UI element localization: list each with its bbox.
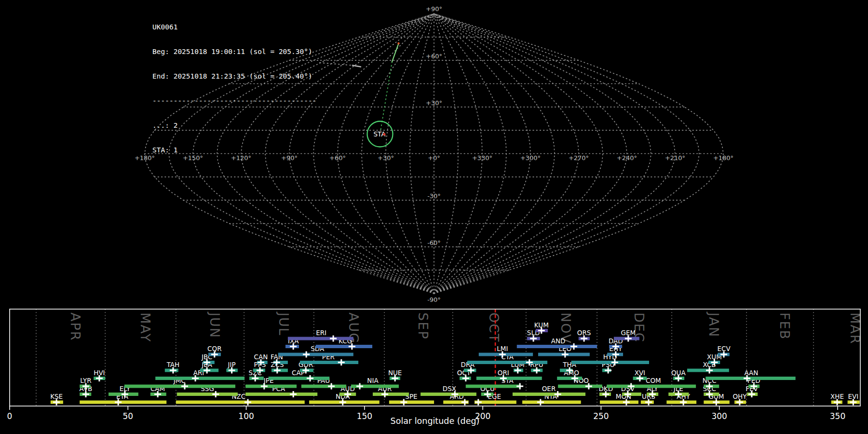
- sporadic-meteor-extension: [320, 63, 353, 66]
- shower-label-EVI: EVI: [848, 393, 858, 400]
- count-sta: STA: 1: [152, 146, 316, 154]
- chart-frame: [10, 309, 860, 406]
- shower-label-OER: OER: [542, 385, 556, 393]
- lon-label: +270°: [569, 154, 589, 162]
- lat-label: +60°: [426, 53, 442, 60]
- month-label: SEP: [416, 312, 431, 339]
- classified-meteor-STA-tip: [397, 42, 399, 44]
- shower-bar-AND: [517, 345, 597, 348]
- peak-marker-EGE: [475, 399, 482, 406]
- shower-label-NIA: NIA: [367, 377, 379, 384]
- lat-label: -90°: [427, 296, 441, 303]
- x-tick-label: 350: [830, 411, 845, 421]
- shower-bar-JPE: [245, 385, 297, 388]
- month-label: JUN: [207, 312, 222, 339]
- month-label: JAN: [706, 312, 721, 338]
- shower-label-KSE: KSE: [50, 393, 63, 400]
- shower-bar-ARI: [155, 377, 244, 380]
- shower-label-XVI: XVI: [635, 369, 645, 377]
- shower-bar-MON: [600, 401, 638, 404]
- shower-bar-NZC: [176, 401, 305, 404]
- shower-label-HVI: HVI: [94, 369, 105, 377]
- shower-bar-AAN: [705, 377, 795, 380]
- lat-label: -60°: [427, 239, 441, 246]
- lon-label: +210°: [665, 154, 685, 162]
- observation-header: UK0061 Beg: 20251018 19:00:11 (sol = 205…: [152, 7, 316, 163]
- shower-bar-PAU: [301, 385, 346, 388]
- shower-bar-LMI: [479, 353, 533, 356]
- begin-time: Beg: 20251018 19:00:11 (sol = 205.30°): [152, 48, 316, 56]
- shower-label-COM: COM: [646, 377, 661, 384]
- x-tick-label: 300: [711, 411, 727, 421]
- shower-label-QUA: QUA: [671, 369, 686, 377]
- x-tick-label: 250: [593, 411, 609, 421]
- shower-bar-STA: [466, 385, 521, 388]
- lon-label: +330°: [472, 154, 492, 162]
- x-tick-label: 50: [122, 411, 133, 421]
- shower-bar-KCG: [316, 345, 372, 348]
- shower-bar-JMC: [124, 385, 235, 388]
- shower-label-NUE: NUE: [388, 369, 402, 377]
- shower-bar-CAP: [269, 377, 330, 380]
- lat-label: +30°: [426, 99, 442, 107]
- shower-bar-SSG: [177, 393, 238, 396]
- lon-label: +180°: [135, 154, 155, 162]
- x-tick-label: 150: [357, 411, 372, 421]
- lat-label: -30°: [427, 192, 441, 200]
- lon-label: +60°: [329, 154, 346, 162]
- shower-label-CAN: CAN: [254, 353, 268, 361]
- radiant-dot: [383, 133, 386, 136]
- peak-marker-NTA: [537, 399, 544, 406]
- count-unclassified: ...: 2: [152, 122, 316, 130]
- peak-marker-CAP: [307, 375, 313, 381]
- month-label: MAY: [138, 312, 153, 342]
- shower-bar-NTA: [522, 401, 581, 404]
- radiant-map-and-activity-chart: +180°+150°+120°+90°+60°+30°+0°+330°+300°…: [0, 0, 868, 434]
- header-separator: ---------------------------------------: [152, 97, 316, 105]
- shower-bar-AMO: [557, 377, 582, 380]
- lon-label: +300°: [520, 154, 541, 162]
- activity-timeline-chart: APRMAYJUNJULAUGSEPOCTNOVDECJANFEBMARKSEE…: [7, 309, 863, 421]
- shower-bar-ORI: [476, 377, 542, 380]
- grid-meridian: [434, 14, 555, 294]
- peak-marker-PCA: [290, 391, 297, 397]
- lon-label: +30°: [378, 154, 394, 162]
- shower-label-OHY: OHY: [732, 393, 747, 400]
- x-axis-title: Solar longitude (deg): [391, 416, 480, 426]
- shower-label-AND: AND: [551, 337, 566, 345]
- peak-marker-NIA: [356, 383, 363, 390]
- x-tick-label: 0: [7, 411, 13, 421]
- shower-label-GEM: GEM: [621, 329, 636, 337]
- lat-label: +90°: [426, 5, 442, 13]
- shower-label-TAH: TAH: [166, 361, 180, 368]
- lon-label: +0°: [428, 154, 440, 162]
- shower-bar-NOO: [558, 385, 602, 388]
- month-label: OCT: [487, 312, 502, 343]
- shower-label-JIP: JIP: [228, 361, 236, 368]
- peak-marker-STA: [516, 383, 523, 390]
- shower-label-DSX: DSX: [443, 385, 456, 393]
- grid-meridian: [434, 14, 603, 294]
- shower-bar-HYD: [571, 361, 649, 364]
- month-label: JUL: [276, 312, 291, 336]
- peak-marker-PER: [338, 359, 345, 366]
- shower-bar-OER: [513, 393, 585, 396]
- peak-marker-ERI: [330, 336, 337, 342]
- shower-label-ECV: ECV: [717, 345, 731, 353]
- shower-bar-COM: [607, 385, 696, 388]
- shower-label-XHE: XHE: [830, 393, 844, 400]
- shower-bar-DSX: [420, 393, 476, 396]
- shower-bar-PCA: [245, 393, 317, 396]
- shower-bar-ERI: [288, 337, 353, 340]
- shower-label-LMI: LMI: [497, 345, 508, 353]
- month-label: FEB: [777, 312, 792, 340]
- sporadic-meteor-trail: [353, 66, 361, 67]
- shower-label-KUM: KUM: [534, 321, 549, 329]
- shower-label-ERI: ERI: [316, 329, 326, 337]
- shower-label-ORI: ORI: [498, 369, 509, 377]
- shower-bar-ETA: [80, 401, 166, 404]
- lon-label: +180°: [713, 154, 733, 162]
- peak-marker-SDA: [303, 352, 310, 358]
- station-id: UK0061: [152, 23, 316, 31]
- lon-label: +240°: [617, 154, 637, 162]
